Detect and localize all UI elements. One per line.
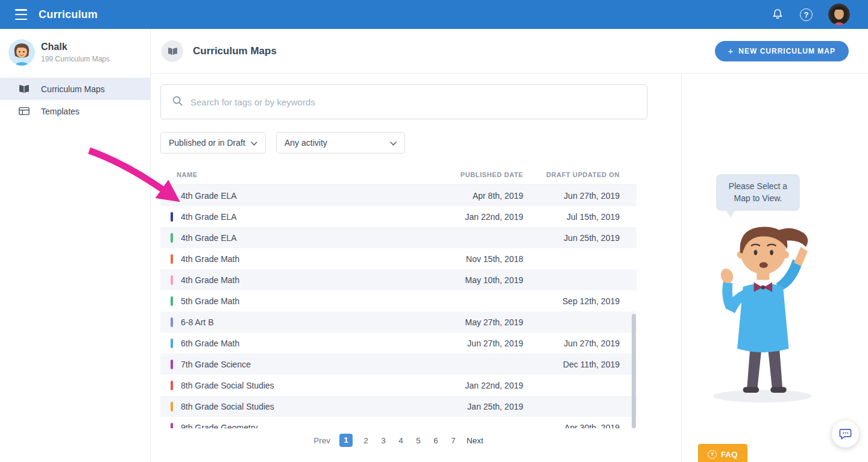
pagination-page-1[interactable]: 1 [339, 434, 353, 447]
map-name: 5th Grade Math [181, 296, 409, 306]
app-root: Curriculum ? [0, 0, 868, 462]
published-date: Jan 22nd, 2019 [409, 381, 523, 390]
pagination-page-4[interactable]: 4 [397, 436, 405, 445]
draft-updated-date: Sep 12th, 2019 [523, 296, 620, 306]
chevron-down-icon [251, 138, 257, 148]
published-date: Jan 25th, 2019 [409, 402, 523, 411]
template-card-icon [18, 107, 30, 116]
table-row[interactable]: 5th Grade Math Sep 12th, 2019 [160, 290, 637, 311]
table-row[interactable]: 6-8 Art B May 27th, 2019 [160, 311, 637, 332]
map-color-bar [171, 423, 173, 429]
help-icon[interactable]: ? [800, 8, 813, 21]
map-color-bar [171, 339, 173, 348]
account-avatar [8, 39, 35, 66]
account-name: Chalk [41, 42, 110, 52]
published-date: May 10th, 2019 [409, 275, 523, 285]
table-row[interactable]: 6th Grade Math Jun 27th, 2019 Jun 27th, … [160, 332, 637, 354]
map-name: 4th Grade ELA [181, 191, 409, 201]
table-row[interactable]: 9th Grade Geometry Apr 30th, 2019 [160, 417, 637, 428]
menu-icon[interactable] [13, 8, 29, 20]
sidebar-item-label: Curriculum Maps [41, 84, 105, 94]
map-name: 4th Grade Math [181, 254, 409, 264]
map-color-bar [171, 254, 173, 264]
table-scrollbar[interactable] [632, 314, 636, 428]
pagination-page-3[interactable]: 3 [379, 436, 388, 445]
draft-updated-date: Jul 15th, 2019 [523, 212, 620, 222]
faq-button[interactable]: ? FAQ [698, 444, 747, 462]
table-row[interactable]: 8th Grade Social Studies Jan 25th, 2019 [160, 396, 637, 417]
map-color-bar [171, 191, 173, 201]
chat-bubble-icon [838, 427, 852, 441]
map-name: 9th Grade Geometry [181, 423, 409, 429]
search-box [160, 84, 647, 119]
map-name: 8th Grade Social Studies [181, 381, 409, 390]
map-name: 7th Grade Science [181, 360, 409, 369]
sidebar-item-label: Templates [41, 107, 80, 116]
app-title: Curriculum [39, 8, 98, 21]
sidebar-item-curriculum-maps[interactable]: Curriculum Maps [0, 78, 150, 100]
map-name: 4th Grade Math [181, 275, 409, 285]
faq-question-icon: ? [708, 450, 717, 459]
pagination-page-2[interactable]: 2 [362, 436, 370, 445]
new-curriculum-map-button[interactable]: + NEW CURRICULUM MAP [715, 41, 849, 61]
status-filter-value: Published or in Draft [169, 138, 245, 148]
published-date: Jan 22nd, 2019 [409, 212, 523, 222]
table-row[interactable]: 4th Grade Math Nov 15th, 2018 [160, 248, 637, 269]
published-date: Jun 27th, 2019 [409, 339, 523, 348]
user-avatar[interactable] [828, 4, 850, 25]
draft-updated-date: Apr 30th, 2019 [523, 423, 620, 429]
column-published-date: PUBLISHED DATE [409, 171, 523, 178]
search-input[interactable] [190, 97, 647, 107]
map-color-bar [171, 233, 173, 243]
published-date: Nov 15th, 2018 [409, 254, 523, 264]
speech-bubble-tail [724, 207, 737, 217]
published-date: Apr 8th, 2019 [409, 191, 523, 201]
table-row[interactable]: 7th Grade Science Dec 11th, 2019 [160, 354, 637, 375]
map-color-bar [171, 296, 173, 306]
table-row[interactable]: 4th Grade ELA Jun 25th, 2019 [160, 227, 637, 248]
activity-filter-value: Any activity [285, 138, 327, 148]
map-color-bar [171, 360, 173, 369]
new-map-button-label: NEW CURRICULUM MAP [738, 47, 835, 55]
pagination-next[interactable]: Next [467, 436, 483, 445]
table-row[interactable]: 4th Grade ELA Apr 8th, 2019 Jun 27th, 20… [160, 185, 637, 206]
draft-updated-date: Jun 27th, 2019 [523, 191, 620, 201]
filter-bar: Published or in Draft Any activity [160, 132, 681, 154]
map-name: 6-8 Art B [181, 317, 409, 327]
pagination-page-5[interactable]: 5 [414, 436, 423, 445]
book-icon [18, 84, 30, 93]
search-icon [172, 95, 183, 109]
topbar-actions: ? [771, 4, 858, 25]
maps-list-panel: Published or in Draft Any activity NAME … [160, 73, 681, 462]
status-filter-select[interactable]: Published or in Draft [160, 132, 266, 154]
table-row[interactable]: 4th Grade ELA Jan 22nd, 2019 Jul 15th, 2… [160, 206, 637, 227]
column-name: NAME [177, 171, 409, 178]
account-info: Chalk 199 Curriculum Maps [41, 42, 110, 63]
chat-button[interactable] [832, 420, 859, 448]
page-header: Curriculum Maps + NEW CURRICULUM MAP [151, 29, 868, 73]
activity-filter-select[interactable]: Any activity [276, 132, 405, 154]
account-profile: Chalk 199 Curriculum Maps [0, 29, 150, 78]
table-row[interactable]: 8th Grade Social Studies Jan 22nd, 2019 [160, 375, 637, 396]
chevron-down-icon [390, 138, 397, 148]
table-row[interactable]: 4th Grade Math May 10th, 2019 [160, 269, 637, 290]
map-color-bar [171, 402, 173, 411]
draft-updated-date: Jun 25th, 2019 [523, 233, 620, 243]
published-date: May 27th, 2019 [409, 317, 523, 327]
map-name: 4th Grade ELA [181, 212, 409, 222]
mascot-illustration [693, 217, 830, 408]
map-color-bar [171, 212, 173, 222]
notifications-bell-icon[interactable] [771, 8, 784, 21]
page-title: Curriculum Maps [193, 45, 277, 57]
map-name: 8th Grade Social Studies [181, 402, 409, 411]
pagination-page-7[interactable]: 7 [449, 436, 458, 445]
sidebar-item-templates[interactable]: Templates [0, 100, 150, 122]
speech-bubble: Please Select a Map to View. [716, 174, 800, 211]
pagination-prev[interactable]: Prev [313, 436, 330, 445]
main-area: Curriculum Maps + NEW CURRICULUM MAP Pub… [151, 29, 868, 462]
maps-table: 4th Grade ELA Apr 8th, 2019 Jun 27th, 20… [160, 185, 637, 428]
pagination-page-6[interactable]: 6 [432, 436, 440, 445]
column-draft-updated: DRAFT UPDATED ON [523, 171, 620, 178]
account-subtitle: 199 Curriculum Maps [41, 55, 110, 63]
map-color-bar [171, 381, 173, 390]
